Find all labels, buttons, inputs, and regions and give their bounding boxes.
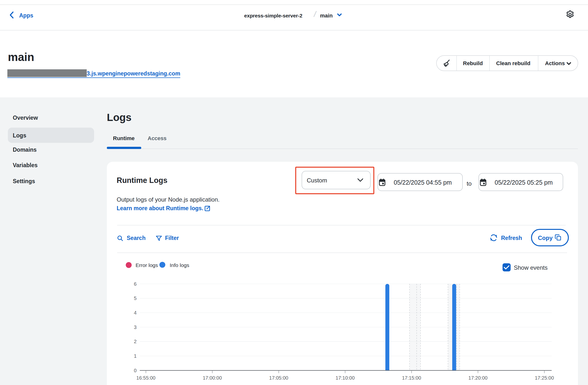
svg-text:16:55:00: 16:55:00 [136,375,155,381]
svg-text:17:00:00: 17:00:00 [203,375,222,381]
svg-text:6: 6 [134,281,137,287]
svg-text:17:05:00: 17:05:00 [269,375,288,381]
svg-text:4: 4 [134,310,137,316]
svg-text:17:25:00: 17:25:00 [535,375,554,381]
svg-text:17:15:00: 17:15:00 [402,375,421,381]
svg-text:5: 5 [134,295,137,301]
svg-text:0: 0 [134,368,137,373]
svg-text:3: 3 [134,324,137,330]
svg-text:17:20:00: 17:20:00 [468,375,487,381]
svg-text:2: 2 [134,339,137,344]
svg-text:17:10:00: 17:10:00 [336,375,355,381]
svg-text:1: 1 [134,353,137,359]
